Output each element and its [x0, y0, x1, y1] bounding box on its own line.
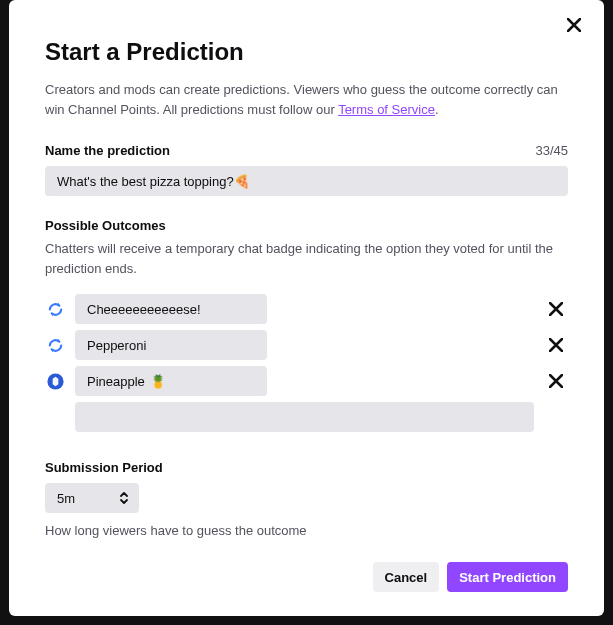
start-prediction-button[interactable]: Start Prediction: [447, 562, 568, 592]
outcome-input[interactable]: [75, 294, 267, 324]
name-section: Name the prediction 33/45 What's the bes…: [45, 143, 568, 196]
outcome-row: Pepperoni: [45, 330, 568, 360]
outcome-row: Cheeeeeeeeeeese!: [45, 294, 568, 324]
close-icon: [567, 18, 581, 32]
dialog-description: Creators and mods can create predictions…: [45, 80, 568, 119]
remove-outcome-button[interactable]: [544, 333, 568, 357]
dialog-title: Start a Prediction: [45, 38, 568, 66]
remove-outcome-button[interactable]: [544, 297, 568, 321]
outcome-input[interactable]: [75, 366, 267, 396]
dialog-actions: Cancel Start Prediction: [45, 562, 568, 592]
cancel-button[interactable]: Cancel: [373, 562, 440, 592]
submission-period-select[interactable]: 5m: [45, 483, 139, 513]
outcome-row: Pineapple 🍍: [45, 366, 568, 396]
remove-outcome-button[interactable]: [544, 369, 568, 393]
outcomes-list: Cheeeeeeeeeeese!PepperoniPineapple 🍍: [45, 294, 568, 396]
outcome-badge-icon: [45, 371, 65, 391]
description-text-post: .: [435, 102, 439, 117]
outcome-badge-icon: [45, 299, 65, 319]
outcomes-label: Possible Outcomes: [45, 218, 568, 233]
name-label: Name the prediction: [45, 143, 170, 158]
outcomes-description: Chatters will receive a temporary chat b…: [45, 239, 568, 278]
prediction-title-input[interactable]: [45, 166, 568, 196]
outcome-input-empty[interactable]: [75, 402, 534, 432]
submission-section: Submission Period 5m How long viewers ha…: [45, 460, 568, 538]
outcomes-section: Possible Outcomes Chatters will receive …: [45, 218, 568, 438]
char-count: 33/45: [535, 143, 568, 158]
outcome-row-empty: [75, 402, 534, 432]
description-text: Creators and mods can create predictions…: [45, 82, 558, 117]
tos-link[interactable]: Terms of Service: [338, 102, 435, 117]
submission-label: Submission Period: [45, 460, 568, 475]
submission-help: How long viewers have to guess the outco…: [45, 523, 568, 538]
prediction-dialog: Start a Prediction Creators and mods can…: [9, 0, 604, 616]
outcome-input[interactable]: [75, 330, 267, 360]
close-button[interactable]: [562, 18, 586, 42]
outcome-badge-icon: [45, 335, 65, 355]
